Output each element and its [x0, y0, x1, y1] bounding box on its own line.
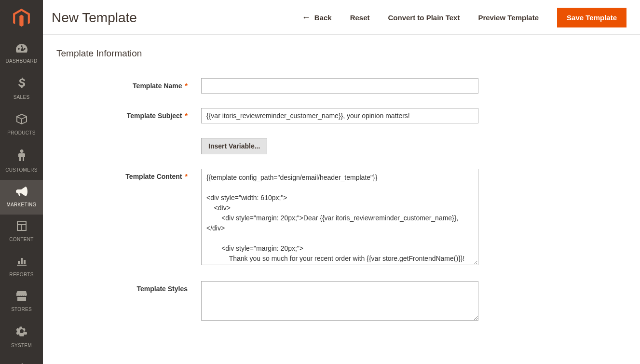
template-content-textarea[interactable]	[201, 169, 478, 265]
convert-button[interactable]: Convert to Plain Text	[388, 13, 460, 22]
section-title: Template Information	[56, 48, 626, 59]
template-name-input[interactable]	[201, 78, 478, 94]
bars-icon	[17, 256, 27, 269]
template-styles-row: Template Styles	[56, 281, 626, 322]
nav-dashboard[interactable]: DASHBOARD	[0, 36, 43, 71]
nav-system[interactable]: SYSTEM	[0, 319, 43, 355]
back-button[interactable]: ← Back	[302, 13, 332, 23]
nav-content[interactable]: CONTENT	[0, 215, 43, 249]
nav-label: SALES	[14, 94, 30, 100]
puzzle-icon	[16, 362, 27, 364]
main-content: New Template ← Back Reset Convert to Pla…	[43, 0, 640, 364]
nav-products[interactable]: PRODUCTS	[0, 107, 43, 143]
magento-logo[interactable]	[0, 0, 43, 36]
nav-stores[interactable]: STORES	[0, 284, 43, 319]
nav-sales[interactable]: SALES	[0, 71, 43, 107]
store-icon	[16, 291, 27, 304]
template-name-label: Template Name*	[56, 78, 201, 90]
nav-customers[interactable]: CUSTOMERS	[0, 143, 43, 179]
reset-button[interactable]: Reset	[350, 13, 370, 22]
person-icon	[18, 149, 25, 164]
nav-label: MARKETING	[6, 202, 36, 208]
nav-partners[interactable]: FIND PARTNERS & EXTENSIONS	[0, 355, 43, 364]
template-content-row: Template Content*	[56, 169, 626, 267]
template-subject-label: Template Subject*	[56, 108, 201, 120]
arrow-left-icon: ←	[302, 13, 311, 23]
nav-label: SYSTEM	[11, 343, 32, 349]
template-name-row: Template Name*	[56, 78, 626, 94]
megaphone-icon	[16, 187, 27, 199]
nav-label: DASHBOARD	[5, 58, 37, 64]
template-styles-textarea[interactable]	[201, 281, 478, 321]
magento-logo-icon	[13, 9, 30, 28]
preview-label: Preview Template	[478, 13, 539, 22]
template-subject-row: Template Subject*	[56, 108, 626, 123]
reset-label: Reset	[350, 13, 370, 22]
insert-variable-button[interactable]: Insert Variable...	[201, 138, 267, 154]
page-title: New Template	[52, 10, 137, 26]
sidebar: DASHBOARD SALES PRODUCTS CUSTOMERS MARKE…	[0, 0, 43, 364]
gear-icon	[16, 326, 27, 339]
back-label: Back	[314, 13, 332, 22]
header-actions: ← Back Reset Convert to Plain Text Previ…	[302, 8, 626, 27]
nav-label: REPORTS	[9, 272, 33, 278]
insert-variable-row: Insert Variable...	[56, 138, 626, 154]
dashboard-icon	[16, 43, 27, 55]
form-content: Template Information Template Name* Temp…	[43, 35, 640, 356]
save-button[interactable]: Save Template	[557, 8, 626, 27]
convert-label: Convert to Plain Text	[388, 13, 460, 22]
template-content-label: Template Content*	[56, 169, 201, 180]
nav-label: PRODUCTS	[7, 130, 36, 136]
layout-icon	[17, 221, 27, 234]
cube-icon	[16, 114, 27, 127]
nav-label: CUSTOMERS	[5, 167, 37, 173]
nav-label: STORES	[11, 307, 32, 312]
nav-reports[interactable]: REPORTS	[0, 249, 43, 284]
nav-label: CONTENT	[9, 237, 33, 243]
preview-button[interactable]: Preview Template	[478, 13, 539, 22]
template-subject-input[interactable]	[201, 108, 478, 123]
dollar-icon	[18, 78, 25, 91]
template-styles-label: Template Styles	[56, 281, 201, 293]
topbar: New Template ← Back Reset Convert to Pla…	[43, 0, 640, 35]
nav-marketing[interactable]: MARKETING	[0, 180, 43, 215]
